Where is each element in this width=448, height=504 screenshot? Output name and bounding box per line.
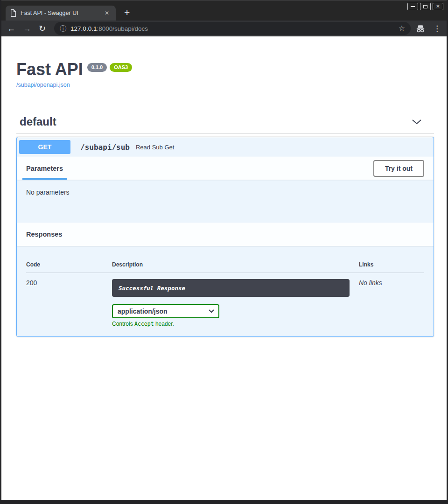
tab-title: Fast API - Swagger UI xyxy=(21,10,103,16)
bookmark-star-icon[interactable]: ☆ xyxy=(399,25,405,32)
tab-close-icon[interactable]: ✕ xyxy=(103,9,111,17)
url-text: 127.0.0.1:8000/subapi/docs xyxy=(70,25,148,32)
close-button[interactable]: ✕ xyxy=(433,3,443,10)
minimize-icon xyxy=(411,6,415,7)
openapi-spec-link[interactable]: /subapi/openapi.json xyxy=(16,82,70,88)
operation-summary[interactable]: GET /subapi/sub Read Sub Get xyxy=(17,137,434,157)
maximize-icon xyxy=(423,5,427,8)
responses-header: Responses xyxy=(17,223,434,246)
code-column-header: Code xyxy=(26,261,112,268)
operation-block: GET /subapi/sub Read Sub Get Parameters … xyxy=(16,137,434,337)
links-column-header: Links xyxy=(359,261,424,268)
api-title: Fast API xyxy=(16,60,83,79)
response-links: No links xyxy=(359,279,424,327)
table-row: 200 Successful Response application/json xyxy=(26,273,424,327)
api-title-row: Fast API 0.1.0 OAS3 xyxy=(16,60,434,79)
hint-suffix: header. xyxy=(154,321,174,327)
oas3-badge: OAS3 xyxy=(110,63,132,72)
response-code: 200 xyxy=(26,279,112,327)
responses-table: Code Description Links 200 Successful Re… xyxy=(17,246,434,336)
back-icon[interactable]: ← xyxy=(7,24,15,33)
browser-toolbar: ← → ↻ ⓘ 127.0.0.1:8000/subapi/docs ☆ ⋮ xyxy=(1,21,447,36)
minimize-button[interactable] xyxy=(407,3,418,10)
browser-menu-icon[interactable]: ⋮ xyxy=(433,25,441,33)
parameters-tab[interactable]: Parameters xyxy=(26,157,63,180)
browser-tab[interactable]: Fast API - Swagger UI ✕ xyxy=(6,6,116,21)
tag-section-header[interactable]: default xyxy=(16,115,434,133)
tab-strip: Fast API - Swagger UI ✕ + ✕ xyxy=(1,0,447,21)
parameters-header: Parameters Try it out xyxy=(17,157,434,180)
response-description-text: Successful Response xyxy=(119,285,185,292)
page-favicon-icon xyxy=(10,9,16,17)
address-bar[interactable]: ⓘ 127.0.0.1:8000/subapi/docs ☆ xyxy=(54,22,411,35)
method-badge: GET xyxy=(19,140,70,154)
page-content: Fast API 0.1.0 OAS3 /subapi/openapi.json… xyxy=(1,36,447,500)
browser-window: Fast API - Swagger UI ✕ + ✕ ← → ↻ ⓘ 127.… xyxy=(0,0,448,504)
forward-icon[interactable]: → xyxy=(23,24,31,33)
responses-title: Responses xyxy=(26,231,62,238)
url-path: :8000/subapi/docs xyxy=(97,25,148,32)
new-tab-button[interactable]: + xyxy=(124,7,130,17)
tag-name: default xyxy=(20,115,56,128)
response-description-cell: Successful Response application/json xyxy=(112,279,359,327)
operation-description: Read Sub Get xyxy=(136,144,174,151)
chevron-down-icon[interactable] xyxy=(412,119,422,125)
hint-prefix: Controls xyxy=(112,321,134,327)
responses-table-head: Code Description Links xyxy=(26,253,424,273)
response-description-box: Successful Response xyxy=(112,279,350,297)
media-type-control: application/json Controls Accept header. xyxy=(112,304,350,327)
maximize-button[interactable] xyxy=(420,3,431,10)
reload-icon[interactable]: ↻ xyxy=(39,24,46,33)
version-badge: 0.1.0 xyxy=(87,63,107,72)
window-controls: ✕ xyxy=(407,3,443,10)
operation-path: /subapi/sub xyxy=(80,143,130,152)
page-info-icon[interactable]: ⓘ xyxy=(60,25,66,32)
api-info: Fast API 0.1.0 OAS3 /subapi/openapi.json xyxy=(16,60,434,89)
accept-header-hint: Controls Accept header. xyxy=(112,321,350,327)
active-tab-underline xyxy=(22,178,67,180)
url-host: 127.0.0.1 xyxy=(70,25,97,32)
media-type-select[interactable]: application/json xyxy=(112,304,219,318)
description-column-header: Description xyxy=(112,261,359,268)
parameters-body: No parameters xyxy=(17,180,434,223)
parameters-title: Parameters xyxy=(26,165,63,172)
no-parameters-message: No parameters xyxy=(26,189,70,196)
incognito-icon xyxy=(415,25,426,33)
hint-code: Accept xyxy=(134,321,154,327)
try-it-out-button[interactable]: Try it out xyxy=(373,160,424,177)
